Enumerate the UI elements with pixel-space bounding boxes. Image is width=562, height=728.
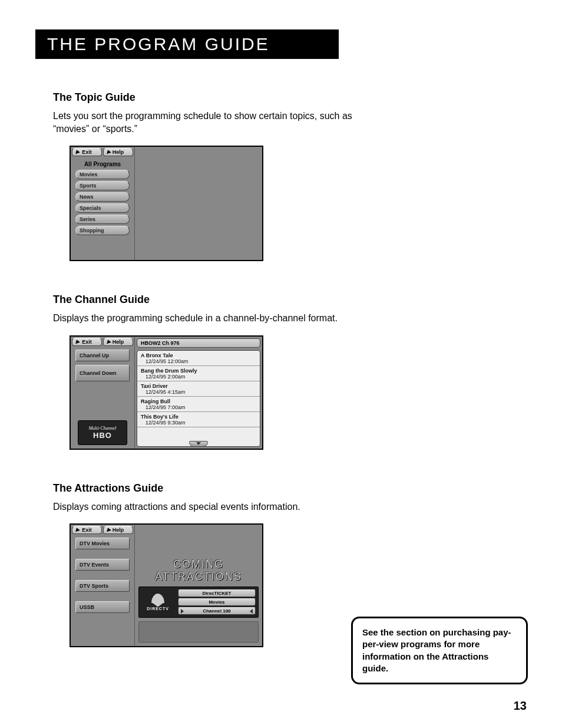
directv-logo: DIRECTV bbox=[141, 592, 174, 613]
channel-heading: The Channel Guide bbox=[53, 294, 365, 306]
topic-item-specials[interactable]: Specials bbox=[75, 203, 130, 213]
topic-header: All Programs bbox=[74, 161, 131, 167]
topic-item-series[interactable]: Series bbox=[75, 215, 130, 224]
exit-tab[interactable]: Exit bbox=[72, 148, 102, 156]
exit-icon bbox=[74, 527, 80, 532]
exit-tab[interactable]: Exit bbox=[72, 526, 102, 534]
channel-down-button[interactable]: Channel Down bbox=[75, 365, 130, 381]
page-number: 13 bbox=[514, 699, 527, 713]
program-row[interactable]: Bang the Drum Slowly 12/24/95 2:00am bbox=[137, 366, 260, 381]
topic-heading: The Topic Guide bbox=[53, 91, 365, 104]
attractions-footer-area bbox=[138, 621, 259, 643]
exit-tab[interactable]: Exit bbox=[72, 338, 102, 346]
page-title: The Program Guide bbox=[35, 29, 339, 59]
program-title: Raging Bull bbox=[141, 398, 256, 404]
help-tab[interactable]: Help bbox=[103, 526, 133, 534]
attractions-menu-bar: DIRECTV DirecTICKET Movies Channel 100 bbox=[138, 587, 259, 618]
help-tab[interactable]: Help bbox=[103, 148, 133, 156]
ussb-button[interactable]: USSB bbox=[75, 601, 130, 613]
topic-guide-screenshot: Exit Help All Programs Movies Sports New… bbox=[70, 146, 263, 261]
dtv-events-button[interactable]: DTV Events bbox=[75, 559, 130, 571]
channel-guide-screenshot: Exit Help Channel Up Channel Down Multi-… bbox=[70, 335, 263, 450]
program-time: 12/24/95 2:00am bbox=[141, 374, 256, 380]
help-label: Help bbox=[113, 149, 124, 155]
movies-button[interactable]: Movies bbox=[178, 598, 256, 606]
hbo-logo-main: HBO bbox=[93, 431, 112, 440]
program-row[interactable]: A Bronx Tale 12/24/95 12:00am bbox=[137, 351, 260, 366]
channel-nav-button[interactable]: Channel 100 bbox=[178, 607, 256, 615]
exit-label: Exit bbox=[82, 339, 92, 345]
topic-item-movies[interactable]: Movies bbox=[75, 170, 130, 179]
attractions-heading: The Attractions Guide bbox=[53, 482, 365, 495]
program-time: 12/24/95 4:15am bbox=[141, 389, 256, 395]
program-time: 12/24/95 9:30am bbox=[141, 420, 256, 426]
help-tab[interactable]: Help bbox=[103, 338, 133, 346]
coming-attractions-banner: COMING ATTRACTIONS bbox=[138, 558, 259, 583]
program-row[interactable]: Raging Bull 12/24/95 7:00am bbox=[137, 397, 260, 412]
program-title: This Boy's Life bbox=[141, 414, 256, 420]
directv-logo-text: DIRECTV bbox=[147, 607, 169, 611]
program-title: A Bronx Tale bbox=[141, 353, 256, 358]
dtv-movies-button[interactable]: DTV Movies bbox=[75, 538, 130, 549]
help-icon bbox=[105, 527, 111, 532]
directv-logo-icon bbox=[151, 594, 164, 603]
attractions-guide-screenshot: Exit Help DTV Movies DTV Events DTV Spor… bbox=[70, 523, 263, 647]
help-label: Help bbox=[113, 339, 124, 345]
dtv-sports-button[interactable]: DTV Sports bbox=[75, 580, 130, 592]
exit-icon bbox=[74, 339, 80, 344]
directicket-button[interactable]: DirecTICKET bbox=[178, 589, 256, 597]
program-title: Bang the Drum Slowly bbox=[141, 368, 256, 374]
topic-body: Lets you sort the programming schedule t… bbox=[53, 110, 365, 135]
attractions-body: Displays coming attractions and special … bbox=[53, 500, 365, 513]
help-label: Help bbox=[113, 527, 124, 533]
topic-item-news[interactable]: News bbox=[75, 192, 130, 202]
exit-icon bbox=[74, 149, 80, 154]
topic-preview-area bbox=[135, 147, 262, 260]
channel-header: HBOW2 Ch 976 bbox=[137, 338, 260, 348]
topic-item-sports[interactable]: Sports bbox=[75, 181, 130, 190]
program-row[interactable]: This Boy's Life 12/24/95 9:30am bbox=[137, 412, 260, 427]
scroll-down-icon[interactable] bbox=[189, 441, 208, 447]
attractions-preview bbox=[138, 528, 259, 555]
exit-label: Exit bbox=[82, 149, 92, 155]
program-list[interactable]: A Bronx Tale 12/24/95 12:00am Bang the D… bbox=[137, 350, 260, 447]
side-note: See the section on purchasing pay-per-vi… bbox=[351, 617, 528, 684]
program-time: 12/24/95 12:00am bbox=[141, 358, 256, 364]
program-row[interactable]: Taxi Driver 12/24/95 4:15am bbox=[137, 381, 260, 397]
channel-up-button[interactable]: Channel Up bbox=[75, 350, 130, 361]
program-title: Taxi Driver bbox=[141, 383, 256, 389]
help-icon bbox=[105, 339, 111, 344]
help-icon bbox=[105, 149, 111, 154]
exit-label: Exit bbox=[82, 527, 92, 533]
hbo-logo: Multi-Channel HBO bbox=[78, 420, 127, 445]
program-time: 12/24/95 7:00am bbox=[141, 404, 256, 410]
hbo-logo-top: Multi-Channel bbox=[88, 426, 116, 431]
topic-item-shopping[interactable]: Shopping bbox=[75, 226, 130, 235]
channel-body: Displays the programming schedule in a c… bbox=[53, 312, 365, 325]
